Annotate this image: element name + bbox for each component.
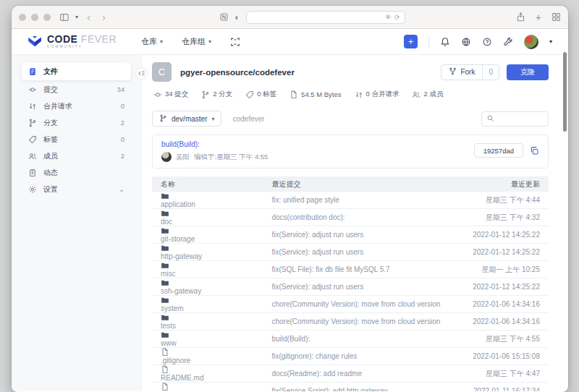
table-row[interactable]: config.template.yaml fix(Service Script)… [152,383,549,392]
feedback-wrench-icon[interactable] [503,37,513,47]
codefever-logo[interactable]: CODE FEVER COMMUNITY [28,35,117,49]
file-table: 名称 最近提交 最近更新 application fix: unified pa… [152,176,549,391]
file-name[interactable]: tests [161,322,176,330]
file-name[interactable]: README.md [161,374,203,382]
file-commit-message[interactable]: fix(SQL File): fix db file fit MySQL 5.7 [263,261,449,278]
tag-icon [28,135,37,144]
table-row[interactable]: git-storage fix(Service): adjust run use… [152,226,549,244]
traffic-lights[interactable] [19,14,51,21]
repo-stat[interactable]: 2 成员 [412,90,443,99]
file-name[interactable]: http-gateway [161,252,202,260]
file-commit-message[interactable]: chore(Community Version): move from clou… [263,313,449,331]
table-row[interactable]: system chore(Community Version): move fr… [152,296,549,313]
commit-author-avatar[interactable] [161,152,172,162]
table-row[interactable]: README.md docs(Readme): add readme 星期三 下… [152,365,549,383]
file-name[interactable]: doc [161,218,172,226]
reload-icon[interactable]: ⟳ [394,14,400,21]
file-name[interactable]: ssh-gateway [161,287,201,295]
file-name[interactable]: git-storage [161,235,195,243]
sidebar-toggle-icon[interactable] [59,12,69,22]
repo-stat[interactable]: 2 分支 [201,90,232,99]
commit-author-name[interactable]: 吴阳 [176,153,190,162]
sidebar-options-caret-icon[interactable]: ▾ [75,14,78,20]
sidebar-item-settings[interactable]: 设置 ⌄ [22,182,131,197]
sidebar-item-count: 0 [121,102,124,110]
file-name[interactable]: misc [161,270,176,278]
breadcrumb[interactable]: codefever [232,115,264,123]
sidebar-item-files[interactable]: 文件 [22,62,131,80]
tab-overview-icon[interactable] [551,12,561,22]
language-globe-icon[interactable] [461,37,471,47]
table-row[interactable]: ssh-gateway fix(Service): adjust run use… [152,278,549,296]
logo-text-light: FEVER [81,33,117,45]
file-commit-message[interactable]: fix: unified page style [263,192,449,209]
file-search[interactable] [481,111,549,127]
file-commit-message[interactable]: chore(Community Version): move from clou… [263,296,449,313]
file-commit-message[interactable]: fix(gitignore): change rules [263,348,449,365]
table-row[interactable]: http-gateway fix(Service): adjust run us… [152,244,549,261]
file-name[interactable]: www [161,339,177,347]
zoom-window-icon[interactable] [43,14,51,21]
file-commit-message[interactable]: docs(Readme): add readme [263,365,449,383]
menu-repository[interactable]: 仓库▾ [141,36,163,47]
user-menu-caret-icon[interactable]: ▾ [549,38,552,45]
fork-button[interactable]: Fork 0 [441,64,499,80]
clone-button[interactable]: 克隆 [507,64,549,80]
shield-extension-icon[interactable]: ◐ [234,12,240,22]
close-window-icon[interactable] [19,14,26,21]
scan-fullscreen-icon[interactable] [230,37,240,47]
notifications-bell-icon[interactable] [440,37,450,47]
search-input[interactable] [497,115,541,123]
table-row[interactable]: misc fix(SQL File): fix db file fit MySQ… [152,261,549,278]
file-icon [161,365,254,374]
page-scrollbar[interactable] [563,52,567,132]
activity-icon [28,169,37,177]
copy-hash-icon[interactable] [530,146,539,155]
file-commit-message[interactable]: docs(contribution doc): [263,209,449,226]
extension-icon[interactable] [219,12,229,22]
file-updated-time: 2022-01-11 16:17:34 [449,383,549,392]
sidebar-item-merge-requests[interactable]: 合并请求 0 [22,98,131,114]
file-name[interactable]: application [161,200,195,208]
new-tab-icon[interactable]: + [536,12,541,23]
table-row[interactable]: www build(Build): 星期三 下午 4:55 [152,331,549,348]
address-bar[interactable]: 👁 ⟳ [246,11,405,24]
minimize-window-icon[interactable] [31,14,38,21]
file-commit-message[interactable]: fix(Service): adjust run users [263,226,449,244]
share-icon[interactable] [516,12,525,22]
table-row[interactable]: doc docs(contribution doc): 星期三 下午 4:32 [152,209,549,226]
repo-stat[interactable]: 34 提交 [153,90,188,99]
file-commit-message[interactable]: fix(Service): adjust run users [263,278,449,296]
sidebar-item-tags[interactable]: 标签 0 [22,132,131,147]
file-name[interactable]: system [161,304,184,312]
file-commit-message[interactable]: fix(Service Script): add http gateway [263,383,449,392]
back-button[interactable]: ‹ [84,11,93,23]
sidebar-item-label: 提交 [43,85,58,95]
sidebar-item-activity[interactable]: 动态 [22,165,131,180]
user-avatar[interactable] [524,35,538,49]
repo-stat[interactable]: 0 合并请求 [355,90,400,99]
menu-repository-group[interactable]: 仓库组▾ [182,36,211,47]
help-icon[interactable] [482,37,492,47]
file-commit-message[interactable]: build(Build): [263,331,449,348]
create-new-button[interactable]: + [404,35,418,48]
sidebar-item-branches[interactable]: 分支 2 [22,115,131,130]
file-updated-time: 2022-01-06 14:34:16 [449,313,549,331]
repo-stat[interactable]: 54.5 M Bytes [290,90,341,99]
sidebar-item-members[interactable]: 成员 2 [22,148,131,163]
fork-count[interactable]: 0 [482,65,499,80]
merge-request-icon [28,102,37,111]
table-row[interactable]: tests chore(Community Version): move fro… [152,313,549,331]
repo-stat[interactable]: 0 标签 [245,90,276,99]
commit-hash[interactable]: 19257dad [474,143,523,158]
table-row[interactable]: .gitignore fix(gitignore): change rules … [152,348,549,365]
commit-message-link[interactable]: build(Build): [161,140,268,148]
branch-selector[interactable]: dev/master ▾ [152,111,221,127]
file-name[interactable]: .gitignore [161,357,190,365]
sidebar-item-label: 文件 [43,67,58,77]
stat-text: 0 标签 [257,90,276,99]
sidebar-item-commits[interactable]: 提交 34 [22,82,131,97]
file-commit-message[interactable]: fix(Service): adjust run users [263,244,449,261]
forward-button[interactable]: › [99,11,109,23]
table-row[interactable]: application fix: unified page style 星期三 … [152,192,549,209]
